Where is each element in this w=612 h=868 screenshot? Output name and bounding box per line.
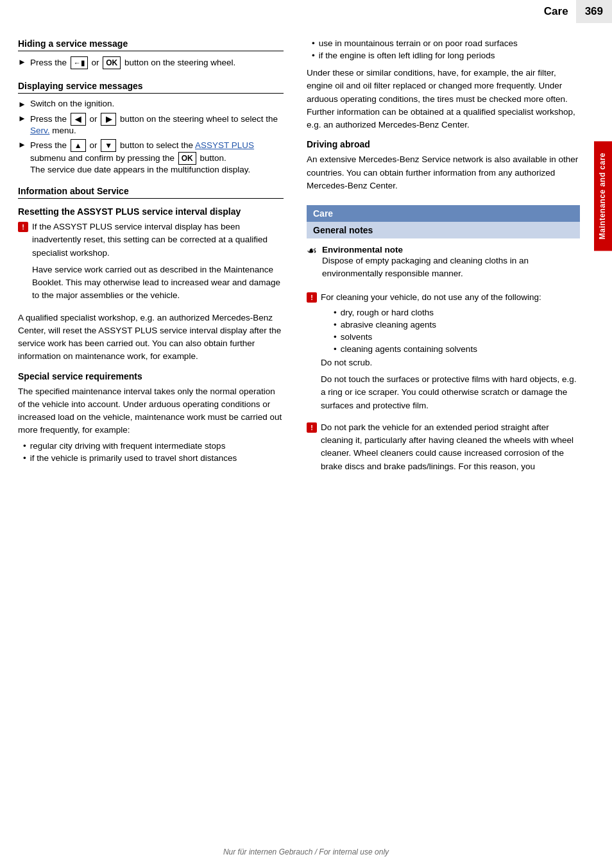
list-item: • dry, rough or hard cloths xyxy=(321,308,580,317)
env-note-label: Environmental note xyxy=(322,245,580,255)
para-specified: The specified maintenance interval takes… xyxy=(18,385,284,437)
bullet-icon: • xyxy=(334,308,337,317)
list-item: ► Press the ←▮ or OK button on the steer… xyxy=(18,56,284,69)
warning-parking-content: Do not park the vehicle for an extended … xyxy=(321,421,580,477)
bullet-icon: • xyxy=(334,320,337,330)
item-content: Press the ▲ or ▼ button to select the AS… xyxy=(30,139,284,174)
warning-icon: ! xyxy=(307,422,317,433)
text-button-select2: button to select the xyxy=(120,140,195,150)
warning-icon: ! xyxy=(18,222,28,232)
item-content: Press the ←▮ or OK button on the steerin… xyxy=(30,56,284,69)
left-column: Hiding a service message ► Press the ←▮ … xyxy=(0,31,295,490)
subheading-resetting: Resetting the ASSYST PLUS service interv… xyxy=(18,206,284,217)
menu-assyst: ASSYST PLUS xyxy=(195,140,254,150)
warning-icon: ! xyxy=(307,292,317,303)
warning-block-1: ! If the ASSYST PLUS service interval di… xyxy=(18,221,284,306)
text-button-steering: button on the steering wheel. xyxy=(124,58,235,67)
warning-block-cleaning: ! For cleaning your vehicle, do not use … xyxy=(307,291,580,416)
list-item: • cleaning agents containing solvents xyxy=(321,344,580,354)
section-heading-info: Information about Service xyxy=(18,186,284,199)
ok-button-icon2: OK xyxy=(178,152,196,165)
ok-button-icon: OK xyxy=(103,56,121,69)
bullet-text: use in mountainous terrain or on poor ro… xyxy=(319,38,518,48)
env-icon: ☙ xyxy=(307,244,317,258)
bullet-text: cleaning agents containing solvents xyxy=(341,344,477,354)
item-content: Press the ◀ or ▶ button on the steering … xyxy=(30,113,284,135)
para-conditions: Under these or similar conditions, have,… xyxy=(307,67,580,131)
care-header: Care xyxy=(307,205,580,222)
bullet-icon: • xyxy=(23,453,26,463)
warning-cleaning-text: For cleaning your vehicle, do not use an… xyxy=(321,291,580,304)
general-notes-header: General notes xyxy=(307,222,580,238)
text-press-the: Press the xyxy=(30,58,69,67)
text-press-the3: Press the xyxy=(30,140,69,150)
bullet-text: if the engine is often left idling for l… xyxy=(319,51,495,60)
list-item: ► Press the ◀ or ▶ button on the steerin… xyxy=(18,113,284,135)
env-note-text: Dispose of empty packaging and cleaning … xyxy=(322,255,580,281)
subheading-special: Special service requirements xyxy=(18,371,284,381)
list-item: • abrasive cleaning agents xyxy=(321,320,580,330)
warning-block-parking: ! Do not park the vehicle for an extende… xyxy=(307,421,580,477)
para-driving-abroad: An extensive Mercedes-Benz Service netwo… xyxy=(307,153,580,192)
list-item: ► Press the ▲ or ▼ button to select the … xyxy=(18,139,284,174)
text-or1: or xyxy=(91,58,101,67)
subheading-driving-abroad: Driving abroad xyxy=(307,139,580,149)
list-item: • if the vehicle is primarily used to tr… xyxy=(18,453,284,463)
text-or2: or xyxy=(89,114,99,124)
bullet-text: abrasive cleaning agents xyxy=(341,320,436,330)
warning-do-not-scrub: Do not scrub. xyxy=(321,356,580,369)
bullet-icon: • xyxy=(334,332,337,342)
bullet-text: solvents xyxy=(341,332,373,342)
page-header: Care 369 xyxy=(531,0,612,23)
arrow-icon: ► xyxy=(18,113,26,123)
page-footer: Nur für internen Gebrauch / For internal… xyxy=(0,847,612,856)
bullet-icon: • xyxy=(312,38,315,48)
arrow-icon: ► xyxy=(18,57,26,67)
env-note-content: Environmental note Dispose of empty pack… xyxy=(322,245,580,285)
care-section: Care General notes ☙ Environmental note … xyxy=(307,205,580,477)
section-heading-displaying: Displaying service messages xyxy=(18,81,284,94)
side-tab-label: Maintenance and care xyxy=(594,141,612,251)
left-button-icon: ◀ xyxy=(71,113,86,126)
bullet-text: regular city driving with frequent inter… xyxy=(30,441,226,451)
para-qualified-workshop: A qualified specialist workshop, e.g. an… xyxy=(18,312,284,363)
text-submenu: submenu and confirm by pressing the xyxy=(30,153,177,163)
section-heading-hiding: Hiding a service message xyxy=(18,38,284,51)
down-button-icon: ▼ xyxy=(101,139,116,152)
back-button-icon: ←▮ xyxy=(71,56,88,69)
warning-cleaning-content: For cleaning your vehicle, do not use an… xyxy=(321,291,580,416)
arrow-icon: ► xyxy=(18,140,26,149)
up-button-icon: ▲ xyxy=(71,139,86,152)
warning-surfaces: Do not touch the surfaces or protective … xyxy=(321,373,580,412)
page-number: 369 xyxy=(576,0,612,23)
text-or3: or xyxy=(89,140,99,150)
bullet-text: dry, rough or hard cloths xyxy=(341,308,434,317)
warning-content: If the ASSYST PLUS service interval disp… xyxy=(32,221,284,306)
bullet-icon: • xyxy=(312,51,315,60)
text-press-the2: Press the xyxy=(30,114,69,124)
item-content: Switch on the ignition. xyxy=(30,99,284,108)
list-item: • if the engine is often left idling for… xyxy=(307,51,580,60)
warning-text-1b: Have service work carried out as describ… xyxy=(32,263,284,303)
list-item: • use in mountainous terrain or on poor … xyxy=(307,38,580,48)
warning-text-1: If the ASSYST PLUS service interval disp… xyxy=(32,221,284,260)
arrow-icon: ► xyxy=(18,99,26,109)
env-note-block: ☙ Environmental note Dispose of empty pa… xyxy=(307,245,580,285)
content-wrapper: Hiding a service message ► Press the ←▮ … xyxy=(0,0,612,490)
text-button2: button. xyxy=(200,153,226,163)
header-title: Care xyxy=(531,0,576,23)
bullet-icon: • xyxy=(23,441,26,451)
bullet-text: if the vehicle is primarily used to trav… xyxy=(30,453,237,463)
bullet-icon: • xyxy=(334,344,337,354)
list-item: • solvents xyxy=(321,332,580,342)
list-item: ► Switch on the ignition. xyxy=(18,99,284,109)
text-button-select: button on the steering wheel to select t… xyxy=(120,114,278,124)
right-column: • use in mountainous terrain or on poor … xyxy=(295,31,612,490)
text-menu: menu. xyxy=(52,126,76,135)
text-service-due: The service due date appears in the mult… xyxy=(30,165,250,174)
list-item: • regular city driving with frequent int… xyxy=(18,441,284,451)
menu-serv: Serv. xyxy=(30,126,50,135)
right-button-icon: ▶ xyxy=(101,113,116,126)
warning-parking-text: Do not park the vehicle for an extended … xyxy=(321,421,580,473)
